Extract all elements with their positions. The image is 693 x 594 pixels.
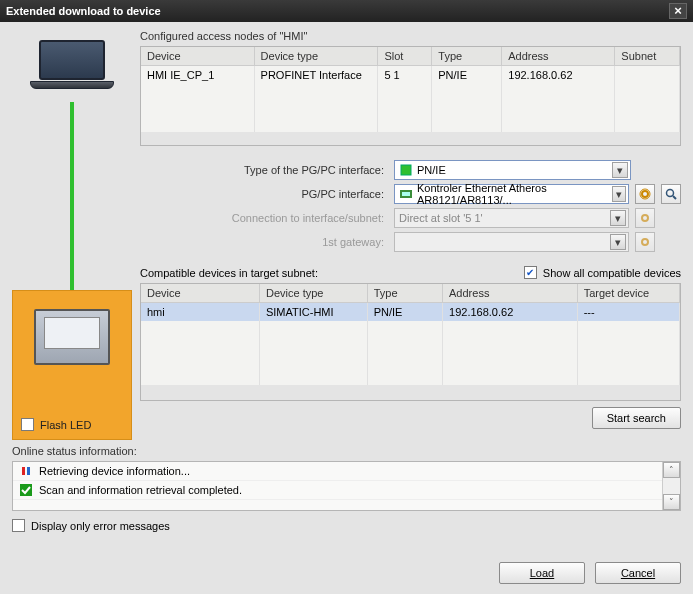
- show-all-checkbox[interactable]: [524, 266, 537, 279]
- pg-type-value: PN/IE: [417, 164, 446, 176]
- cell-type: PN/IE: [432, 66, 502, 85]
- gateway-row: 1st gateway: ▾: [140, 232, 681, 252]
- dropdown-arrow-icon: ▾: [610, 234, 626, 250]
- only-errors-option[interactable]: Display only error messages: [12, 519, 681, 532]
- pg-type-label: Type of the PG/PC interface:: [140, 164, 388, 176]
- pg-if-row: PG/PC interface: Kontroler Ethernet Athe…: [140, 184, 681, 204]
- pg-if-value: Kontroler Ethernet Atheros AR8121/AR8113…: [417, 182, 608, 206]
- gateway-label: 1st gateway:: [140, 236, 388, 248]
- gear-icon: [639, 236, 651, 248]
- configured-nodes-table[interactable]: Device Device type Slot Type Address Sub…: [140, 46, 681, 146]
- hmi-device-icon: [34, 309, 110, 365]
- only-errors-label: Display only error messages: [31, 520, 170, 532]
- compatible-devices-label: Compatible devices in target subnet:: [140, 267, 318, 279]
- conn-value: Direct at slot '5 1': [399, 212, 483, 224]
- configured-nodes-label: Configured access nodes of "HMI": [140, 30, 681, 42]
- pn-ie-icon: [399, 163, 413, 177]
- col2-address[interactable]: Address: [443, 284, 578, 303]
- cell2-type: PN/IE: [367, 303, 442, 322]
- status-row: Retrieving device information...: [13, 462, 662, 481]
- cancel-button[interactable]: Cancel: [595, 562, 681, 584]
- svg-point-3: [642, 191, 648, 197]
- busy-icon: [19, 465, 33, 477]
- only-errors-checkbox[interactable]: [12, 519, 25, 532]
- scroll-up-button[interactable]: ˄: [663, 462, 680, 478]
- flash-led-checkbox[interactable]: [21, 418, 34, 431]
- dropdown-arrow-icon[interactable]: ▾: [612, 186, 626, 202]
- compatible-devices-table[interactable]: Device Device type Type Address Target d…: [140, 283, 681, 401]
- window-title: Extended download to device: [6, 5, 161, 17]
- online-status-label: Online status information:: [12, 445, 681, 457]
- col2-device[interactable]: Device: [141, 284, 259, 303]
- status-list: Retrieving device information... Scan an…: [12, 461, 681, 511]
- table-row[interactable]: hmi SIMATIC-HMI PN/IE 192.168.0.62 ---: [141, 303, 680, 322]
- col-devtype[interactable]: Device type: [254, 47, 378, 66]
- flash-led-label: Flash LED: [40, 419, 91, 431]
- dialog-footer: Load Cancel: [12, 552, 681, 584]
- cell-address: 192.168.0.62: [502, 66, 615, 85]
- dropdown-arrow-icon[interactable]: ▾: [612, 162, 628, 178]
- svg-rect-0: [401, 165, 411, 175]
- properties-button[interactable]: [635, 184, 655, 204]
- table-row[interactable]: HMI IE_CP_1 PROFINET Interface 5 1 PN/IE…: [141, 66, 680, 85]
- show-all-label: Show all compatible devices: [543, 267, 681, 279]
- pg-type-row: Type of the PG/PC interface: PN/IE ▾: [140, 160, 681, 180]
- cell-subnet: [615, 66, 680, 85]
- gateway-properties-button: [635, 232, 655, 252]
- col-type[interactable]: Type: [432, 47, 502, 66]
- dialog-content: Flash LED Configured access nodes of "HM…: [0, 22, 693, 594]
- cell2-target: ---: [577, 303, 679, 322]
- magnifier-icon: [665, 188, 677, 200]
- svg-line-6: [673, 196, 676, 199]
- col-address[interactable]: Address: [502, 47, 615, 66]
- dropdown-arrow-icon: ▾: [610, 210, 626, 226]
- pg-type-combo[interactable]: PN/IE ▾: [394, 160, 631, 180]
- col-device[interactable]: Device: [141, 47, 254, 66]
- nic-icon: [399, 187, 413, 201]
- col2-devtype[interactable]: Device type: [259, 284, 367, 303]
- gateway-combo: ▾: [394, 232, 629, 252]
- start-search-button[interactable]: Start search: [592, 407, 681, 429]
- flash-led-option[interactable]: Flash LED: [21, 418, 91, 431]
- status-row: Scan and information retrieval completed…: [13, 481, 662, 500]
- scroll-down-button[interactable]: ˅: [663, 494, 680, 510]
- pg-if-combo[interactable]: Kontroler Ethernet Atheros AR8121/AR8113…: [394, 184, 629, 204]
- cell-devtype: PROFINET Interface: [254, 66, 378, 85]
- gear-icon: [639, 188, 651, 200]
- diagnostics-button[interactable]: [661, 184, 681, 204]
- title-bar: Extended download to device ×: [0, 0, 693, 22]
- status-scrollbar[interactable]: ˄ ˅: [662, 462, 680, 510]
- ok-icon: [19, 484, 33, 496]
- load-button[interactable]: Load: [499, 562, 585, 584]
- svg-point-8: [642, 239, 648, 245]
- col-slot[interactable]: Slot: [378, 47, 432, 66]
- cell2-address: 192.168.0.62: [443, 303, 578, 322]
- gear-icon: [639, 212, 651, 224]
- svg-rect-11: [20, 484, 32, 496]
- svg-point-7: [642, 215, 648, 221]
- col2-target[interactable]: Target device: [577, 284, 679, 303]
- conn-properties-button: [635, 208, 655, 228]
- svg-rect-9: [22, 467, 25, 475]
- cell-device: HMI IE_CP_1: [141, 66, 254, 85]
- show-all-option[interactable]: Show all compatible devices: [524, 266, 681, 279]
- conn-label: Connection to interface/subnet:: [140, 212, 388, 224]
- close-button[interactable]: ×: [669, 3, 687, 19]
- conn-row: Connection to interface/subnet: Direct a…: [140, 208, 681, 228]
- col-subnet[interactable]: Subnet: [615, 47, 680, 66]
- cell2-device: hmi: [141, 303, 259, 322]
- status-text: Scan and information retrieval completed…: [39, 484, 242, 496]
- target-device-panel: Flash LED: [12, 290, 132, 440]
- pg-pc-icon: [30, 40, 114, 94]
- status-text: Retrieving device information...: [39, 465, 190, 477]
- col2-type[interactable]: Type: [367, 284, 442, 303]
- pg-if-label: PG/PC interface:: [140, 188, 388, 200]
- svg-rect-10: [27, 467, 30, 475]
- cell-slot: 5 1: [378, 66, 432, 85]
- svg-rect-2: [402, 192, 410, 196]
- conn-combo: Direct at slot '5 1' ▾: [394, 208, 629, 228]
- svg-point-5: [667, 190, 674, 197]
- cell2-devtype: SIMATIC-HMI: [259, 303, 367, 322]
- device-graphic-column: Flash LED: [12, 30, 132, 429]
